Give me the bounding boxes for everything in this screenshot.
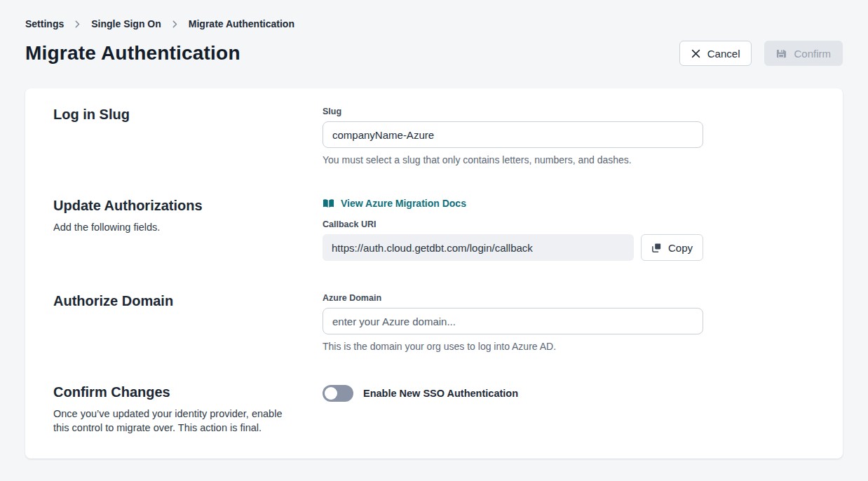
slug-helper-text: You must select a slug that only contain… — [323, 154, 703, 165]
header-actions: Cancel Confirm — [679, 41, 843, 66]
confirm-button[interactable]: Confirm — [764, 41, 843, 66]
section-authorize-domain: Authorize Domain Azure Domain This is th… — [53, 293, 815, 352]
confirm-changes-description: Once you’ve updated your identity provid… — [53, 407, 289, 435]
callback-uri-field[interactable]: https://auth.cloud.getdbt.com/login/call… — [323, 234, 634, 261]
breadcrumb: Settings Single Sign On Migrate Authenti… — [25, 18, 843, 29]
update-authorizations-subtitle: Add the following fields. — [53, 220, 289, 234]
breadcrumb-single-sign-on[interactable]: Single Sign On — [91, 18, 161, 29]
chevron-right-icon — [74, 20, 81, 28]
section-update-authorizations: Update Authorizations Add the following … — [53, 198, 815, 261]
copy-button[interactable]: Copy — [641, 234, 703, 261]
confirm-changes-heading: Confirm Changes — [53, 384, 323, 400]
azure-domain-label: Azure Domain — [323, 293, 703, 303]
cancel-button-label: Cancel — [707, 48, 740, 60]
settings-card: Log in Slug Slug You must select a slug … — [25, 88, 843, 459]
azure-domain-helper-text: This is the domain your org uses to log … — [323, 341, 703, 352]
azure-domain-input[interactable] — [323, 308, 703, 334]
book-icon — [323, 198, 334, 208]
section-confirm-changes: Confirm Changes Once you’ve updated your… — [53, 384, 815, 435]
title-row: Migrate Authentication Cancel — [25, 41, 843, 66]
slug-input[interactable] — [323, 121, 703, 148]
cancel-button[interactable]: Cancel — [679, 41, 752, 66]
breadcrumb-settings[interactable]: Settings — [25, 18, 64, 29]
enable-sso-toggle-label: Enable New SSO Authentication — [363, 388, 518, 399]
page-header: Settings Single Sign On Migrate Authenti… — [0, 0, 868, 66]
save-icon — [776, 48, 787, 59]
toggle-knob — [325, 387, 337, 400]
close-icon — [691, 49, 700, 58]
azure-migration-docs-link[interactable]: View Azure Migration Docs — [323, 198, 703, 209]
copy-button-label: Copy — [668, 242, 693, 254]
azure-migration-docs-link-label: View Azure Migration Docs — [341, 198, 466, 209]
callback-uri-label: Callback URI — [323, 219, 703, 229]
slug-label: Slug — [323, 107, 703, 116]
confirm-button-label: Confirm — [794, 48, 831, 60]
authorize-domain-heading: Authorize Domain — [53, 293, 323, 309]
section-login-slug: Log in Slug Slug You must select a slug … — [53, 107, 815, 165]
update-authorizations-heading: Update Authorizations — [53, 198, 323, 214]
chevron-right-icon — [171, 20, 179, 28]
copy-icon — [651, 243, 662, 253]
enable-sso-toggle[interactable] — [323, 385, 353, 402]
page-title: Migrate Authentication — [25, 42, 240, 65]
breadcrumb-migrate-authentication: Migrate Authentication — [189, 18, 294, 29]
login-slug-heading: Log in Slug — [53, 107, 323, 123]
